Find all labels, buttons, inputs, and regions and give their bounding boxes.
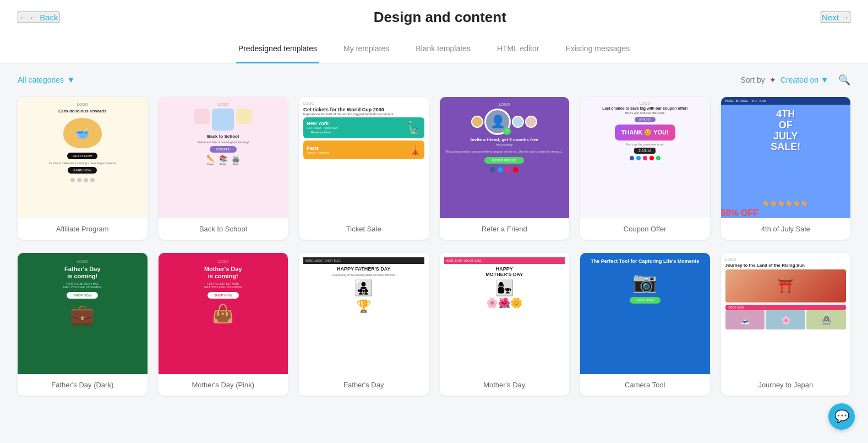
template-label: 4th of July Sale (721, 218, 851, 240)
thumb-sub: FOR A LIMITED TIMEGET 25% OFF SITEWIDE (204, 282, 242, 289)
thumb-logo: LOGO (77, 260, 88, 263)
thumb-card-paris: Paris France • Argentina 🗼 (303, 141, 424, 159)
thumb-cta: DONATE (210, 146, 237, 153)
thumb-title: Last chance to save big with our coupon … (602, 106, 687, 110)
template-card-july[interactable]: HOME BROWSE TYPE NEW 4THOFJULYSALE! 🌭🌭🌭 … (721, 97, 851, 240)
template-label: Journey to Japan (721, 374, 851, 396)
thumb-sub: Hey [contact]! (496, 143, 513, 147)
template-label: Coupon Offer (580, 218, 710, 240)
thumb-thank: THANK 😊 YOU! (615, 125, 675, 141)
thumb-logo: LOGO (499, 102, 510, 106)
template-label: Mother's Day (440, 374, 570, 396)
back-button[interactable]: ← ← Back (18, 12, 59, 23)
template-label: Father's Day (Dark) (18, 374, 148, 396)
template-label: Father's Day (299, 374, 429, 396)
template-card-refer[interactable]: LOGO 👤 + Invite a friend, get 3 months f… (440, 97, 570, 240)
thumb-image: 👩‍👧 (495, 279, 514, 297)
thumb-title: Get tickets for the World Cup 2030 (303, 107, 424, 112)
template-card-school[interactable]: LOGO Back to School Embrace a Year of Le… (159, 97, 288, 240)
thumb-title: Invite a friend, get 3 months free (471, 137, 538, 142)
thumb-title: Journey to the Land of the Rising Sun (725, 263, 847, 268)
thumb-title: Mother's Dayis coming! (204, 266, 242, 280)
templates-grid-row2: LOGO Father's Dayis coming! FOR A LIMITE… (0, 253, 868, 409)
thumb-desc: Embrace a Year of Learning and Growing! (198, 141, 249, 144)
thumb-title: HAPPY FATHER'S DAY (337, 266, 391, 272)
thumb-image: 🥣 (63, 118, 102, 148)
template-label: Mother's Day (Pink) (159, 374, 288, 396)
next-label: Next → (822, 13, 849, 22)
template-card-mothers-pink[interactable]: LOGO Mother's Dayis coming! FOR A LIMITE… (159, 253, 288, 396)
tab-my-templates[interactable]: My templates (341, 35, 391, 63)
sort-value-dropdown[interactable]: Created on ▼ (780, 75, 828, 84)
template-card-ticket[interactable]: LOGO Get tickets for the World Cup 2030 … (299, 97, 429, 240)
thumb-nav: HOME BROWSE TYPE NEW (721, 97, 851, 105)
thumb-sub: FOR A LIMITED TIMEGET 25% OFF SITEWIDE (63, 282, 102, 289)
thumb-cta: SHOP NOW (208, 292, 239, 299)
template-label: Refer a Friend (440, 218, 570, 240)
thumb-social (630, 156, 660, 160)
template-card-japan[interactable]: LOGO Journey to the Land of the Rising S… (721, 253, 851, 396)
thumb-title: Earn delicious rewards (58, 109, 107, 114)
next-button[interactable]: Next → (821, 12, 850, 23)
thumb-content: 4THOFJULYSALE! (721, 105, 851, 198)
thumb-cta2: EARN NOW (68, 167, 97, 174)
toolbar: All categories ▼ Sort by ✦ Created on ▼ … (0, 64, 868, 93)
thumb-icon2: 🏆 (356, 299, 371, 314)
header: ← ← Back Design and content Next → (0, 0, 868, 35)
search-button[interactable]: 🔍 (838, 74, 850, 86)
template-label: Back to School (159, 218, 288, 240)
sort-by-label: Sort by (741, 75, 765, 84)
thumb-title: The Perfect Tool for Capturing Life's Mo… (591, 258, 699, 265)
thumb-icons: ✏️Draw 📚Read 🖨️Print (206, 155, 240, 166)
thumb-hotdogs: 🌭🌭🌭 🌭🌭🌭 (721, 198, 851, 208)
template-card-camera[interactable]: The Perfect Tool for Capturing Life's Mo… (580, 253, 710, 396)
tab-blank[interactable]: Blank templates (413, 35, 473, 63)
thumb-logo: LOGO (303, 101, 424, 105)
thumb-logo: LOGO (725, 257, 847, 261)
templates-grid-row1: LOGO Earn delicious rewards 🥣 GET IT NOW… (0, 93, 868, 253)
thumb-hurry: Hurry up, the countdown is on! (626, 143, 664, 146)
thumb-cta: BOOK NOW (725, 305, 847, 310)
thumb-logo: LOGO (640, 101, 651, 105)
sort-chevron-icon: ▼ (821, 75, 828, 84)
thumb-title: HAPPYMOTHER'S DAY (485, 266, 523, 277)
thumb-cta: SHOP NOW (67, 292, 98, 299)
thumb-title: Back to School (207, 134, 239, 139)
thumb-logo: LOGO (217, 260, 228, 263)
thumb-card-ny: New York USA • Spain Ticket $329 Reserve… (303, 117, 424, 138)
template-card-coupon[interactable]: LOGO Last chance to save big with our co… (580, 97, 710, 240)
back-label: ← Back (29, 13, 58, 22)
thumb-sub: Experience the thrill of the world's big… (303, 112, 424, 116)
template-card-mothers-light[interactable]: HOME SHOP ABOUT SALE HAPPYMOTHER'S DAY 👩… (440, 253, 570, 396)
thumb-image: 👜 (212, 303, 234, 324)
thumb-logo: LOGO (217, 102, 228, 106)
thumb-cta: REFER FRIEND (484, 157, 524, 164)
thumb-image: 📷 (632, 271, 657, 294)
thumb-countdown: 2:13:14 (634, 148, 656, 154)
thumb-cta: VIEW NOW (630, 297, 660, 304)
thumb-desc: Celebrating all the amazing dads out the… (332, 273, 395, 277)
category-label: All categories (18, 75, 64, 84)
thumb-main-image: ⛩️ (725, 269, 847, 302)
tab-existing[interactable]: Existing messages (563, 35, 632, 63)
thumb-cta: GET IT NOW (67, 153, 97, 159)
thumb-nav: HOME ABOUT SHOP BLOG (303, 257, 424, 264)
thumb-nav: HOME SHOP ABOUT SALE (444, 257, 565, 264)
thumb-gallery: 🗻 🌸 🏯 (725, 310, 847, 329)
thumb-desc: We just launched our amazing referral pr… (445, 150, 563, 154)
tab-html[interactable]: HTML editor (495, 35, 542, 63)
thumb-images (194, 109, 252, 131)
sort-icon: ✦ (769, 75, 776, 84)
thumb-title: Father's Dayis coming! (64, 266, 101, 280)
category-dropdown[interactable]: All categories ▼ (18, 75, 75, 84)
thumb-social (70, 178, 95, 182)
tab-predesigned[interactable]: Predesigned templates (236, 35, 319, 63)
category-chevron-icon: ▼ (67, 75, 75, 84)
back-arrow-icon: ← (19, 13, 27, 22)
thumb-logo: LOGO (77, 102, 88, 106)
template-card-fathers-light[interactable]: HOME ABOUT SHOP BLOG HAPPY FATHER'S DAY … (299, 253, 429, 396)
template-card-fathers-dark[interactable]: LOGO Father's Dayis coming! FOR A LIMITE… (18, 253, 148, 396)
template-label: Camera Tool (580, 374, 710, 396)
thumb-desc: Here's your exclusive offer code: (625, 111, 665, 115)
template-card-affiliate[interactable]: LOGO Earn delicious rewards 🥣 GET IT NOW… (18, 97, 148, 240)
